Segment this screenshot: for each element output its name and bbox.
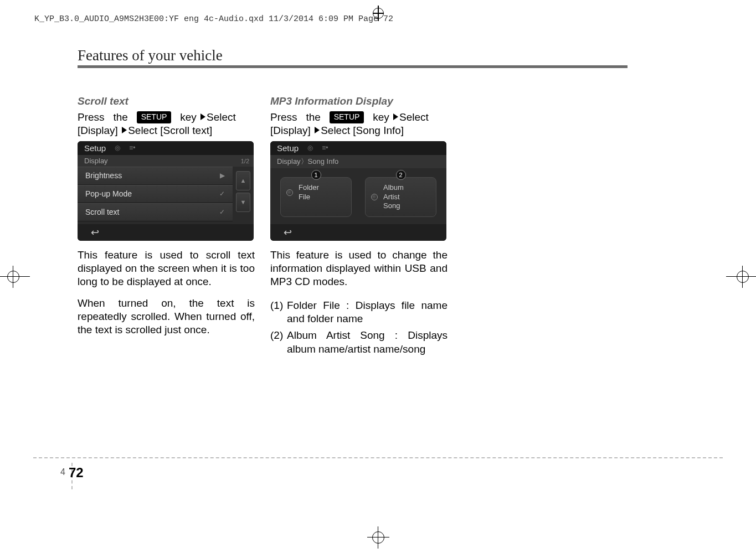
radio-icon xyxy=(371,194,378,200)
badge-2: 2 xyxy=(396,170,406,180)
back-row[interactable]: ↩ xyxy=(78,224,254,241)
check-icon: ✓ xyxy=(219,190,225,198)
instruction-line-1: Press the SETUP key Select [Display] Sel… xyxy=(78,111,255,138)
screen-breadcrumb: Display〉Song Info xyxy=(270,155,446,168)
page-folio: 4 72 xyxy=(60,465,84,480)
word-select: Select xyxy=(399,111,429,123)
triangle-icon xyxy=(315,127,320,133)
screen-title: Setup xyxy=(277,143,299,153)
scroll-up-button[interactable]: ▲ xyxy=(236,171,250,190)
triangle-icon xyxy=(122,127,127,133)
word-select: Select xyxy=(207,111,236,123)
mp3-info-list: (1) Folder File : Displays file name and… xyxy=(270,299,448,356)
back-row[interactable]: ↩ xyxy=(270,224,446,241)
disc-icon: ◎ xyxy=(307,144,313,152)
setup-key-badge: SETUP xyxy=(330,111,364,123)
footer-dashed-rule xyxy=(33,457,723,458)
row-label: Brightness xyxy=(85,171,122,180)
radio-icon xyxy=(286,189,293,196)
signal-icon: ≡• xyxy=(129,144,135,152)
back-icon: ↩ xyxy=(284,226,292,239)
row-scroll-text[interactable]: Scroll text ✓ xyxy=(78,203,233,221)
step-scroll-text: Select [Scroll text] xyxy=(128,125,212,136)
instruction-line-2: Press the SETUP key Select [Display] Sel… xyxy=(270,111,448,138)
opt1-line1: Folder xyxy=(299,183,319,192)
registration-mark-left xyxy=(0,266,30,288)
opt1-line2: File xyxy=(299,193,310,201)
triangle-icon xyxy=(393,113,398,120)
word-press: Press xyxy=(270,111,297,123)
list-number: (1) xyxy=(270,299,287,326)
registration-mark-top xyxy=(371,6,386,21)
folio-chapter: 4 xyxy=(60,465,69,477)
paragraph-mp3-1: This feature is used to change the infor… xyxy=(270,249,448,289)
triangle-icon xyxy=(200,113,205,120)
option-album-artist-song[interactable]: 2 Album Artist Song xyxy=(365,177,436,218)
opt2-line1: Album xyxy=(383,183,404,192)
word-key: key xyxy=(180,111,197,123)
song-info-options: 1 Folder File 2 Album Artist Song xyxy=(270,168,446,218)
page-indicator: 1/2 xyxy=(241,158,249,164)
print-header-line: K_YP_B3.0_AUDIO_A9MS2H3E00:YF eng 4c-Aud… xyxy=(34,14,393,24)
scrollbar[interactable]: ▲ ▼ xyxy=(236,170,250,213)
word-key: key xyxy=(373,111,389,123)
screen-breadcrumb: Display xyxy=(78,155,254,167)
column-mp3-info: MP3 Information Display Press the SETUP … xyxy=(270,95,448,359)
subhead-mp3-info: MP3 Information Display xyxy=(270,95,448,107)
badge-1: 1 xyxy=(311,170,321,180)
folio-page: 72 xyxy=(69,465,84,480)
screen-titlebar: Setup ◎ ≡• xyxy=(78,141,254,155)
list-item: (2) Album Artist Song : Displays album n… xyxy=(270,329,448,356)
disc-icon: ◎ xyxy=(115,144,120,152)
word-press: Press xyxy=(78,111,105,123)
step-display: [Display] xyxy=(78,125,118,136)
list-item: (1) Folder File : Displays file name and… xyxy=(270,299,448,326)
paragraph-scroll-2: When turned on, the text is repeatedly s… xyxy=(78,297,255,337)
setup-key-badge: SETUP xyxy=(137,111,172,123)
screen-title: Setup xyxy=(84,143,106,153)
word-the: the xyxy=(306,111,320,123)
chapter-title: Features of your vehicle xyxy=(78,47,223,64)
word-the: the xyxy=(113,111,127,123)
option-folder-file[interactable]: 1 Folder File xyxy=(280,177,352,218)
screen-titlebar: Setup ◎ ≡• xyxy=(270,141,446,155)
registration-mark-bottom xyxy=(367,526,389,549)
row-popup-mode[interactable]: Pop-up Mode ✓ xyxy=(78,185,233,203)
list-number: (2) xyxy=(270,329,287,356)
row-label: Pop-up Mode xyxy=(85,189,132,198)
step-display: [Display] xyxy=(270,125,311,136)
check-icon: ✓ xyxy=(219,208,225,216)
signal-icon: ≡• xyxy=(322,144,328,152)
registration-mark-right xyxy=(726,266,756,288)
scroll-down-button[interactable]: ▼ xyxy=(236,193,250,212)
opt2-line2: Artist xyxy=(383,193,400,201)
step-song-info: Select [Song Info] xyxy=(321,125,404,136)
screenshot-song-info: Setup ◎ ≡• Display〉Song Info 1 Folder Fi… xyxy=(270,141,446,241)
column-scroll-text: Scroll text Press the SETUP key Select [… xyxy=(78,95,255,337)
opt2-line3: Song xyxy=(383,201,400,210)
screenshot-display-settings: Setup ◎ ≡• 1/2 Display Brightness ▶ Pop-… xyxy=(78,141,254,241)
list-text: Album Artist Song : Displays album name/… xyxy=(287,329,448,356)
chevron-right-icon: ▶ xyxy=(220,172,225,179)
row-label: Scroll text xyxy=(85,208,119,216)
back-icon: ↩ xyxy=(91,226,99,239)
paragraph-scroll-1: This feature is used to scroll text disp… xyxy=(78,249,255,289)
title-rule xyxy=(78,65,628,68)
subhead-scroll-text: Scroll text xyxy=(78,95,255,107)
row-brightness[interactable]: Brightness ▶ xyxy=(78,167,233,185)
list-text: Folder File : Displays file name and fol… xyxy=(287,299,448,326)
